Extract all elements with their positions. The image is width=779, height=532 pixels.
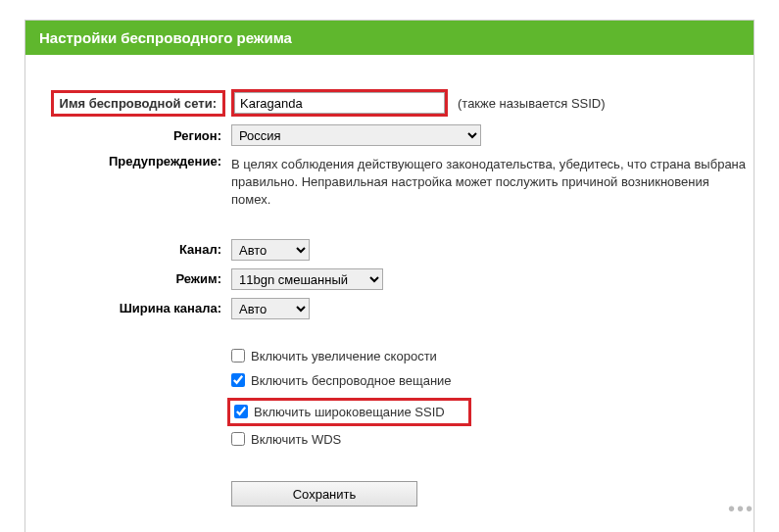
checkbox-wireless-label: Включить беспроводное вещание [251,373,452,388]
checkbox-wds-label: Включить WDS [251,432,341,447]
region-label: Регион: [30,128,231,143]
mode-select[interactable]: 11bgn смешанный [231,268,383,290]
checkbox-row-wds: Включить WDS [231,432,749,447]
ssid-input[interactable] [234,92,445,114]
checkbox-row-ssid-broadcast: Включить широковещание SSID [227,398,471,426]
row-region: Регион: Россия [30,124,749,146]
ssid-input-highlight [231,89,448,117]
checkbox-speed-boost[interactable] [231,349,245,363]
panel-header: Настройки беспроводного режима [25,21,754,55]
checkbox-ssid-label: Включить широковещание SSID [254,405,445,419]
row-channel: Канал: Авто [30,239,749,261]
settings-panel: Настройки беспроводного режима Имя беспр… [24,20,755,532]
form-area: Имя беспроводной сети: (также называется… [25,55,754,532]
button-row: Сохранить [30,481,749,507]
warning-text: В целях соблюдения действующего законода… [231,154,749,210]
channel-width-label: Ширина канала: [30,301,231,315]
checkbox-ssid-broadcast[interactable] [234,405,248,418]
checkbox-speed-label: Включить увеличение скорости [251,349,437,363]
ssid-label: Имя беспроводной сети: [51,90,225,117]
row-warning: Предупреждение: В целях соблюдения дейст… [30,154,749,210]
row-ssid: Имя беспроводной сети: (также называется… [30,89,749,117]
ssid-hint: (также называется SSID) [458,96,606,111]
row-channel-width: Ширина канала: Авто [30,298,749,319]
checkbox-row-wireless: Включить беспроводное вещание [231,373,749,388]
channel-select[interactable]: Авто [231,239,310,261]
checkbox-wds[interactable] [231,432,245,446]
resize-handle-icon: ••• [728,498,755,520]
mode-label: Режим: [30,271,231,286]
save-button[interactable]: Сохранить [231,481,417,507]
channel-width-select[interactable]: Авто [231,298,310,319]
row-mode: Режим: 11bgn смешанный [30,268,749,290]
region-select[interactable]: Россия [231,124,481,146]
checkbox-row-speed: Включить увеличение скорости [231,349,749,363]
channel-label: Канал: [30,242,231,257]
warning-label: Предупреждение: [30,154,231,169]
panel-title: Настройки беспроводного режима [39,29,292,46]
checkbox-wireless-broadcast[interactable] [231,373,245,387]
checkbox-block: Включить увеличение скорости Включить бе… [30,349,749,457]
